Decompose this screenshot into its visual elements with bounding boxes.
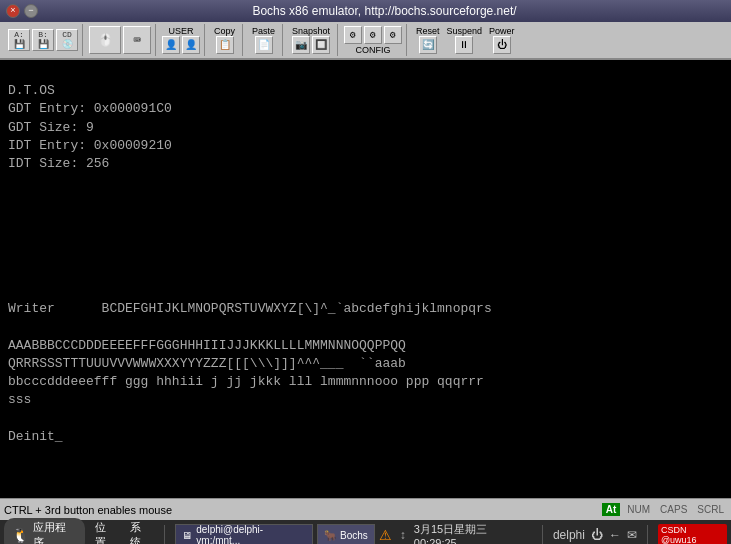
terminal-line: [8, 282, 723, 300]
terminal-line: Deinit_: [8, 428, 723, 446]
bochs-app-icon: 🐂: [324, 530, 336, 541]
taskbar-separator-1: [164, 525, 165, 544]
terminal-line: [8, 482, 723, 498]
terminal-area: D.T.OSGDT Entry: 0x000091C0GDT Size: 9ID…: [0, 60, 731, 498]
warning-icon: ⚠: [379, 527, 392, 543]
terminal-line: [8, 210, 723, 228]
terminal-line: [8, 464, 723, 482]
keyboard-icon[interactable]: ⌨️: [123, 26, 151, 54]
reset-label: Reset: [413, 26, 443, 36]
terminal-app-icon: 🖥: [182, 530, 192, 541]
start-icon: 🐧: [12, 527, 29, 543]
tray-sep: [542, 525, 543, 544]
snapshot-icon1[interactable]: 📷: [292, 36, 310, 54]
user-icon[interactable]: 👤: [162, 36, 180, 54]
cd-icon[interactable]: CD 💿: [56, 29, 78, 51]
terminal-line: bbcccdddeeefff ggg hhhiii j jj jkkk lll …: [8, 373, 723, 391]
snapshot-label: Snapshot: [289, 26, 333, 36]
paste-icon[interactable]: 📄: [255, 36, 273, 54]
terminal-line: [8, 173, 723, 191]
taskbar: 🐧 应用程序 位置 系统 🖥 delphi@delphi-vm:/mnt... …: [0, 520, 731, 544]
user-label: USER: [165, 26, 196, 36]
copy-section: Copy 📋: [207, 24, 243, 56]
terminal-line: [8, 410, 723, 428]
tray-mail[interactable]: ✉: [627, 528, 637, 542]
power-icon[interactable]: ⏻: [493, 36, 511, 54]
taskbar-menu-item-2[interactable]: 系统: [124, 518, 158, 544]
taskbar-menu: 位置 系统: [89, 518, 159, 544]
status-bar: CTRL + 3rd button enables mouse At NUM C…: [0, 498, 731, 520]
config-icon2[interactable]: ⚙: [364, 26, 382, 44]
system-tray: ⚠ ↕ 3月15日星期三 00:29:25 delphi ⏻ ← ✉ CSDN …: [379, 522, 727, 545]
close-button[interactable]: ×: [6, 4, 20, 18]
bochs-app-label: Bochs: [340, 530, 368, 541]
tray-power[interactable]: ⏻: [591, 528, 603, 542]
tray-delphi[interactable]: delphi: [553, 528, 585, 542]
tray-icons: delphi ⏻ ← ✉: [553, 528, 637, 542]
window-title: Bochs x86 emulator, http://bochs.sourcef…: [44, 4, 725, 18]
taskbar-apps: 🖥 delphi@delphi-vm:/mnt... 🐂 Bochs: [175, 524, 375, 544]
toolbar: A: 💾 B: 💾 CD 💿 🖱️ ⌨️ USER 👤 �: [0, 22, 731, 60]
terminal-line: AAABBBCCCDDDEEEEFFFGGGHHHIIIJJJKKKLLLLMM…: [8, 337, 723, 355]
tray-sep-2: [647, 525, 648, 544]
terminal-line: [8, 228, 723, 246]
mouse-section: 🖱️ ⌨️: [85, 24, 156, 56]
terminal-line: [8, 264, 723, 282]
terminal-line: [8, 246, 723, 264]
min-button[interactable]: −: [24, 4, 38, 18]
config-icon3[interactable]: ⚙: [384, 26, 402, 44]
terminal-line: D.T.OS: [8, 82, 723, 100]
controls-section: Reset 🔄 Suspend ⏸ Power ⏻: [409, 24, 522, 56]
start-label: 应用程序: [33, 520, 77, 544]
floppy-b-icon[interactable]: B: 💾: [32, 29, 54, 51]
start-button[interactable]: 🐧 应用程序: [4, 518, 85, 544]
terminal-app-label: delphi@delphi-vm:/mnt...: [196, 524, 306, 544]
terminal-line: IDT Entry: 0x00009210: [8, 137, 723, 155]
config-label: CONFIG: [353, 45, 394, 55]
terminal-line: Writer BCDEFGHIJKLMNOPQRSTUVWXYZ[\]^_`ab…: [8, 300, 723, 318]
network-arrows-icon: ↕: [400, 528, 406, 542]
snapshot-section: Snapshot 📷 🔲: [285, 24, 338, 56]
window-controls[interactable]: × −: [6, 4, 38, 18]
reset-icon[interactable]: 🔄: [419, 36, 437, 54]
terminal-line: sss: [8, 391, 723, 409]
copy-icon[interactable]: 📋: [216, 36, 234, 54]
terminal-line: [8, 191, 723, 209]
status-text: CTRL + 3rd button enables mouse: [4, 504, 598, 516]
user-icon2[interactable]: 👤: [182, 36, 200, 54]
datetime-label: 3月15日星期三 00:29:25: [414, 522, 532, 545]
csdn-badge[interactable]: CSDN @uwu16: [658, 524, 727, 544]
terminal-line: IDT Size: 256: [8, 155, 723, 173]
config-icon1[interactable]: ⚙: [344, 26, 362, 44]
user-section: USER 👤 👤: [158, 24, 205, 56]
terminal-line: QRRRSSSTTTUUUVVVWWWXXXYYYZZZ[[[\\\]]]^^^…: [8, 355, 723, 373]
paste-label: Paste: [249, 26, 278, 36]
tray-arrow[interactable]: ←: [609, 528, 621, 542]
floppy-a-icon[interactable]: A: 💾: [8, 29, 30, 51]
taskbar-app-terminal[interactable]: 🖥 delphi@delphi-vm:/mnt...: [175, 524, 313, 544]
terminal-line: [8, 446, 723, 464]
power-label: Power: [486, 26, 518, 36]
taskbar-menu-item-1[interactable]: 位置: [89, 518, 123, 544]
terminal-line: GDT Entry: 0x000091C0: [8, 100, 723, 118]
terminal-line: GDT Size: 9: [8, 119, 723, 137]
at-badge: At: [602, 503, 621, 516]
num-indicator: NUM: [624, 504, 653, 515]
paste-section: Paste 📄: [245, 24, 283, 56]
copy-label: Copy: [211, 26, 238, 36]
taskbar-app-bochs[interactable]: 🐂 Bochs: [317, 524, 375, 544]
disk-section: A: 💾 B: 💾 CD 💿: [4, 24, 83, 56]
suspend-label: Suspend: [444, 26, 486, 36]
mouse-icon[interactable]: 🖱️: [89, 26, 121, 54]
config-section: ⚙ ⚙ ⚙ CONFIG: [340, 24, 407, 56]
suspend-icon[interactable]: ⏸: [455, 36, 473, 54]
snapshot-icon2[interactable]: 🔲: [312, 36, 330, 54]
scrl-indicator: SCRL: [694, 504, 727, 515]
terminal-line: [8, 319, 723, 337]
caps-indicator: CAPS: [657, 504, 690, 515]
title-bar: × − Bochs x86 emulator, http://bochs.sou…: [0, 0, 731, 22]
